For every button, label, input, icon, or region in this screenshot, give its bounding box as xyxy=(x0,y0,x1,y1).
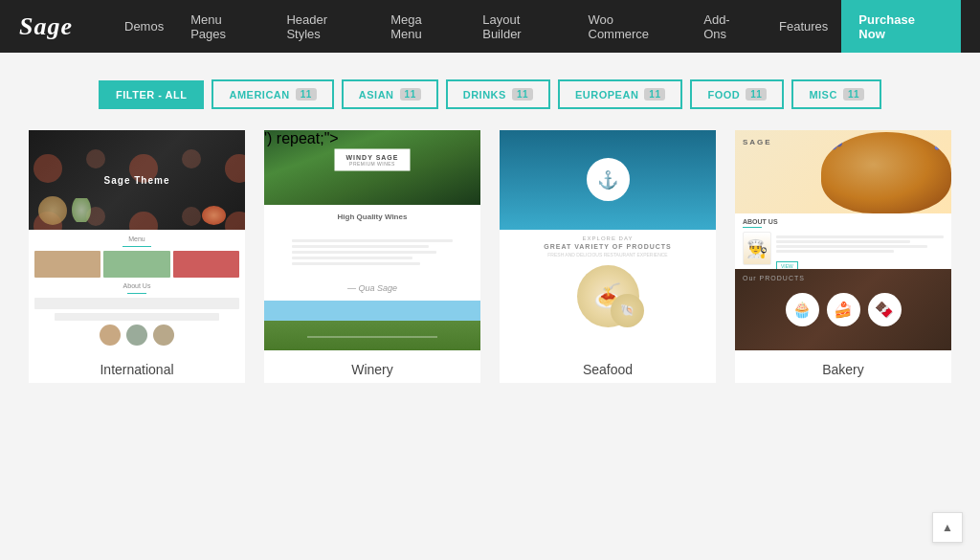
card-bakery[interactable]: SAGE 🫐 🫐 ABOUT US 👨‍🍳 xyxy=(735,130,951,383)
nav-item-menu-pages[interactable]: Menu Pages xyxy=(177,0,273,53)
card-international[interactable]: Sage Theme Menu About Us xyxy=(29,130,245,383)
nav-links: Demos Menu Pages Header Styles Mega Menu… xyxy=(111,0,961,53)
nav-item-mega-menu[interactable]: Mega Menu xyxy=(377,0,469,53)
filter-asian-button[interactable]: ASIAN 11 xyxy=(342,79,438,109)
scroll-to-top-button[interactable]: ▲ xyxy=(932,512,963,543)
nav-item-add-ons[interactable]: Add-Ons xyxy=(690,0,766,53)
card-seafood-preview: ⚓ EXPLORE DAY GREAT VARIETY OF PRODUCTS … xyxy=(500,130,716,350)
filter-all-button[interactable]: FILTER - ALL xyxy=(99,80,204,109)
card-winery-label: Winery xyxy=(264,350,480,383)
filter-american-button[interactable]: AMERICAN 11 xyxy=(212,79,333,109)
nav-item-demos[interactable]: Demos xyxy=(111,0,177,53)
card-seafood-label: Seafood xyxy=(500,350,716,383)
nav-item-features[interactable]: Features xyxy=(766,0,841,53)
card-international-label: International xyxy=(29,350,245,383)
navbar: Sage Demos Menu Pages Header Styles Mega… xyxy=(0,0,980,53)
nav-item-layout-builder[interactable]: Layout Builder xyxy=(469,0,574,53)
filter-section: FILTER - ALL AMERICAN 11 ASIAN 11 DRINKS… xyxy=(0,53,980,130)
card-international-preview: Sage Theme Menu About Us xyxy=(29,130,245,350)
card-winery-preview: ') repeat;"> WINDY SAGE PREMIUM WINES Hi… xyxy=(264,130,480,350)
card-winery[interactable]: ') repeat;"> WINDY SAGE PREMIUM WINES Hi… xyxy=(264,130,480,383)
nav-item-header-styles[interactable]: Header Styles xyxy=(273,0,377,53)
filter-european-button[interactable]: EUROPEAN 11 xyxy=(558,79,682,109)
filter-food-button[interactable]: FOOD 11 xyxy=(690,79,784,109)
card-bakery-label: Bakery xyxy=(735,350,951,383)
logo[interactable]: Sage xyxy=(19,12,73,41)
card-seafood[interactable]: ⚓ EXPLORE DAY GREAT VARIETY OF PRODUCTS … xyxy=(500,130,716,383)
card-bakery-preview: SAGE 🫐 🫐 ABOUT US 👨‍🍳 xyxy=(735,130,951,350)
filter-drinks-button[interactable]: DRINKS 11 xyxy=(446,79,550,109)
purchase-button[interactable]: Purchase Now xyxy=(841,0,961,53)
filter-misc-button[interactable]: MISC 11 xyxy=(791,79,881,109)
demo-grid: Sage Theme Menu About Us xyxy=(0,130,980,383)
nav-item-woo-commerce[interactable]: Woo Commerce xyxy=(575,0,691,53)
